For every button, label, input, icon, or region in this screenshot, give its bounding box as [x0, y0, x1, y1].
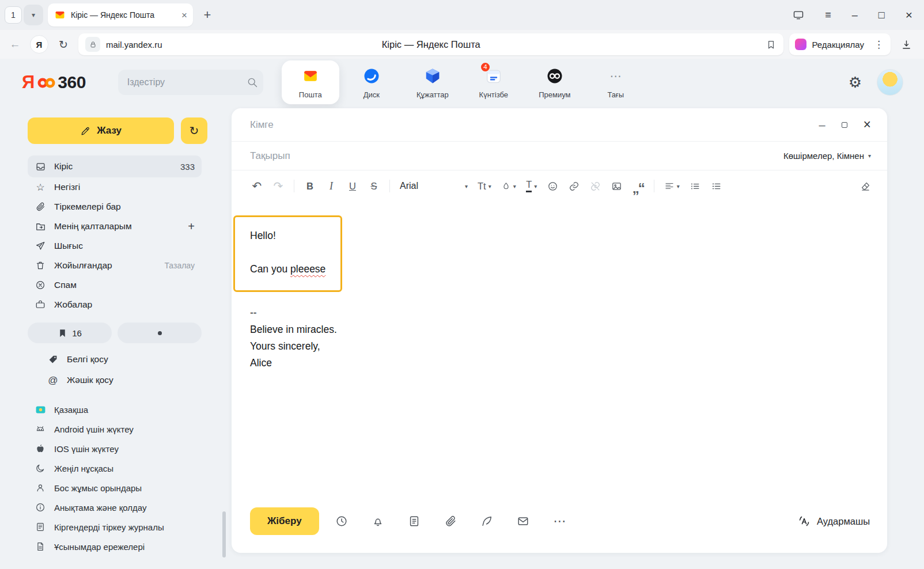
folder-my-folders[interactable]: Менің қалталарым +: [28, 217, 202, 236]
strikethrough-button[interactable]: S: [368, 181, 380, 192]
reminder-bell-icon[interactable]: [360, 515, 396, 528]
moon-icon: [35, 463, 46, 473]
avatar[interactable]: [877, 69, 903, 96]
mail-sidebar: Жазу ↻ Кіріс 333 ☆ Негізгі Тіркемелері б…: [14, 106, 228, 556]
yandex-button[interactable]: Я: [30, 35, 48, 54]
address-bar[interactable]: mail.yandex.ru Кіріс — Яндекс Пошта: [78, 33, 783, 55]
add-mailbox-item[interactable]: @ Жәшік қосу: [28, 370, 228, 390]
folder-sent[interactable]: Шығыс: [28, 236, 202, 256]
more-actions-icon[interactable]: ⋯: [541, 515, 578, 528]
browser-tab-strip: 1 ▾ Кіріс — Яндекс Пошта × + ≡ – □ ×: [0, 0, 924, 30]
yandex360-logo[interactable]: Я 360: [22, 72, 86, 93]
kazakh-flag-icon: [35, 404, 46, 415]
clear-formatting-icon[interactable]: [859, 181, 871, 192]
align-dropdown[interactable]: ▾: [664, 181, 680, 191]
link-ios[interactable]: IOS үшін жүктеу: [28, 439, 228, 458]
unlink-icon[interactable]: [590, 181, 601, 192]
italic-button[interactable]: I: [325, 180, 337, 192]
blockquote-icon[interactable]: „“: [633, 186, 644, 191]
compose-close-icon[interactable]: ×: [864, 118, 871, 131]
link-vacancies[interactable]: Бос жұмыс орындары: [28, 478, 228, 498]
sidebar-scrollbar[interactable]: [222, 511, 226, 557]
refresh-mail-button[interactable]: ↻: [181, 117, 207, 144]
service-disk[interactable]: Диск: [343, 60, 400, 104]
window-minimize-button[interactable]: –: [852, 10, 858, 20]
back-icon[interactable]: ←: [6, 38, 24, 51]
tab-group-count[interactable]: 1: [5, 6, 22, 24]
tab-group-chevron-icon[interactable]: ▾: [24, 5, 43, 25]
service-more[interactable]: ⋯ Тағы: [587, 60, 645, 104]
undo-icon[interactable]: ↶: [251, 179, 263, 193]
envelope-icon[interactable]: [505, 515, 541, 528]
send-button[interactable]: Жіберу: [250, 507, 319, 535]
service-mail[interactable]: Пошта: [282, 60, 339, 104]
text-color-dropdown[interactable]: T ▾: [526, 180, 537, 192]
empty-trash-link[interactable]: Тазалау: [164, 261, 195, 270]
font-size-dropdown[interactable]: Tt ▾: [478, 181, 491, 192]
window-maximize-button[interactable]: □: [878, 10, 885, 20]
service-premium[interactable]: Премиум: [526, 60, 584, 104]
service-docs[interactable]: Құжаттар: [404, 60, 461, 104]
link-icon[interactable]: [569, 181, 580, 192]
folder-trash[interactable]: Жойылғандар Тазалау: [28, 256, 202, 275]
schedule-send-icon[interactable]: [324, 515, 360, 528]
attach-file-icon[interactable]: [433, 515, 469, 528]
link-recommendation-rules[interactable]: Ұсынымдар ережелері: [28, 537, 228, 556]
insert-image-icon[interactable]: [611, 181, 623, 192]
chip-more-icon[interactable]: ⋮: [869, 39, 888, 51]
chevron-down-icon: ▾: [534, 183, 537, 189]
link-help[interactable]: Анықтама және қолдау: [28, 498, 228, 517]
edit-mode-chip[interactable]: Редакциялау ⋮: [789, 33, 891, 55]
cc-from-label: Көшірмелер, Кімнен: [783, 151, 864, 161]
browser-tab[interactable]: Кіріс — Яндекс Пошта ×: [48, 3, 193, 26]
search-box[interactable]: [118, 70, 263, 95]
bullet-list-icon[interactable]: [690, 181, 701, 192]
chevron-down-icon: ▾: [513, 183, 516, 189]
cc-from-toggle[interactable]: Көшірмелер, Кімнен ▾: [783, 151, 871, 161]
reload-icon[interactable]: ↻: [54, 38, 73, 51]
folder-inbox[interactable]: Кіріс 333: [28, 155, 202, 177]
tab-close-icon[interactable]: ×: [181, 10, 187, 20]
folder-projects[interactable]: Жобалар: [28, 295, 202, 314]
compose-restore-icon[interactable]: [842, 122, 847, 128]
add-folder-icon[interactable]: +: [188, 221, 195, 232]
compose-action-bar: Жіберу ⋯ Аудармашы: [232, 498, 887, 553]
search-input[interactable]: [127, 77, 247, 88]
highlight-color-dropdown[interactable]: ▾: [501, 181, 516, 191]
folder-with-attachments[interactable]: Тіркемелері бар: [28, 197, 202, 217]
gear-icon[interactable]: ⚙: [849, 74, 862, 92]
redo-icon[interactable]: ↷: [272, 179, 284, 193]
to-field[interactable]: [250, 119, 819, 131]
star-icon: ☆: [35, 183, 46, 192]
bookmark-icon[interactable]: [766, 39, 777, 50]
window-close-button[interactable]: ×: [906, 8, 912, 22]
labels-pill[interactable]: 16: [28, 323, 112, 343]
tab-group-control[interactable]: 1 ▾: [5, 5, 43, 25]
font-family-dropdown[interactable]: Arial ▾: [400, 181, 468, 191]
link-android[interactable]: Android үшін жүктеу: [28, 419, 228, 439]
label-pill[interactable]: [118, 323, 202, 343]
folder-spam[interactable]: Спам: [28, 275, 202, 295]
new-tab-button[interactable]: +: [198, 5, 217, 25]
downloads-icon[interactable]: [896, 39, 916, 51]
link-signin-log[interactable]: Кіргендерді тіркеу журналы: [28, 517, 228, 537]
service-calendar[interactable]: 4 Күнтізбе: [465, 60, 522, 104]
browser-menu-icon[interactable]: ≡: [825, 10, 831, 20]
numbered-list-icon[interactable]: [711, 181, 722, 192]
person-icon: [35, 483, 46, 493]
signature-pen-icon[interactable]: [469, 515, 505, 528]
link-light-version[interactable]: Жеңіл нұсқасы: [28, 458, 228, 478]
compose-minimize-icon[interactable]: –: [819, 119, 825, 131]
template-icon[interactable]: [396, 515, 433, 528]
compose-button[interactable]: Жазу: [28, 117, 174, 144]
message-body[interactable]: Hello! Can you pleeese -- Believe in mir…: [232, 202, 887, 498]
link-language[interactable]: Қазақша: [28, 400, 228, 419]
bold-button[interactable]: B: [304, 181, 316, 192]
emoji-icon[interactable]: [547, 181, 559, 192]
folder-primary[interactable]: ☆ Негізгі: [28, 177, 202, 197]
translator-button[interactable]: Аудармашы: [797, 514, 870, 528]
add-label-item[interactable]: Белгі қосу: [28, 349, 228, 370]
subject-field[interactable]: [250, 150, 783, 162]
underline-button[interactable]: U: [347, 181, 358, 192]
devices-icon[interactable]: [793, 9, 804, 21]
